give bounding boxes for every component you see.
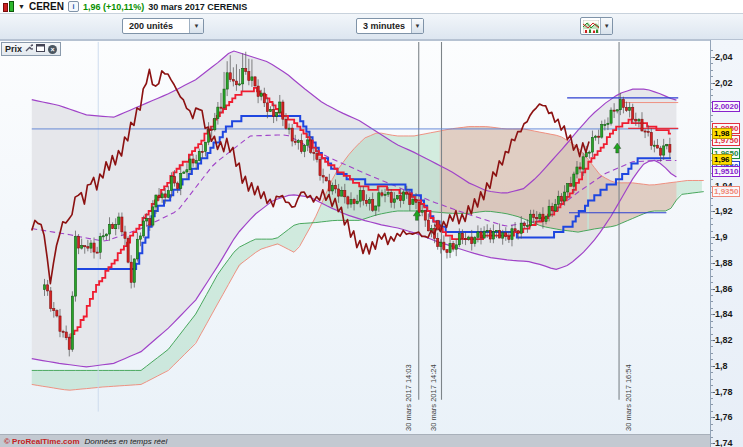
timeframe-dropdown[interactable]: 3 minutes ▼ [356, 18, 424, 34]
axis-minor-tick [711, 353, 713, 354]
candle [235, 81, 237, 85]
candle [136, 239, 138, 259]
candle [647, 131, 649, 132]
candle [251, 77, 253, 81]
candle [220, 107, 222, 108]
candle [529, 214, 531, 225]
price-axis[interactable]: 2,042,0221,981,961,941,921,91,881,861,84… [710, 40, 743, 447]
candle [322, 176, 324, 177]
candle [511, 229, 513, 240]
close-icon[interactable]: × [48, 45, 57, 54]
axis-minor-tick [711, 314, 713, 315]
candle [384, 194, 386, 195]
axis-minor-tick [711, 282, 713, 283]
candle [297, 141, 299, 143]
candle [446, 250, 448, 253]
axis-minor-tick [711, 89, 713, 90]
candle [105, 234, 107, 236]
axis-minor-tick [711, 115, 713, 116]
axis-tick-label: 2,04 [715, 52, 733, 62]
indicator-price-label: 2,0020 [712, 101, 740, 112]
window-icon[interactable] [36, 44, 45, 54]
chart-style-button[interactable]: ▼ [580, 17, 613, 35]
axis-minor-tick [711, 398, 713, 399]
candle [576, 167, 578, 174]
price-chart-area[interactable]: Prix × 30 mars 2017 14:0330 mars 2017 14… [0, 40, 710, 447]
units-dropdown[interactable]: 200 unités ▼ [122, 18, 204, 34]
candle [669, 145, 671, 153]
candle [365, 200, 367, 203]
instrument-dropdown-caret[interactable]: ▼ [18, 3, 25, 11]
candle [582, 157, 584, 169]
candle [560, 196, 562, 201]
candle [273, 109, 275, 116]
candle [133, 259, 135, 282]
candle [198, 151, 200, 160]
candle [443, 242, 445, 250]
candle [440, 242, 442, 246]
wrench-icon[interactable] [25, 44, 33, 54]
axis-minor-tick [711, 179, 713, 180]
candle [458, 233, 460, 244]
candle [204, 142, 206, 151]
axis-minor-tick [711, 417, 713, 418]
candle [653, 145, 655, 146]
chart-style-caret-icon[interactable]: ▼ [600, 18, 612, 34]
timeframe-dropdown-caret-icon[interactable]: ▼ [411, 19, 423, 33]
session-timestamp-0: 30 mars 2017 14:03 [404, 364, 414, 431]
candle [353, 199, 355, 203]
candle [526, 226, 528, 227]
chart-canvas[interactable] [0, 41, 710, 447]
candle [461, 233, 463, 238]
candle [427, 220, 429, 231]
candle [403, 192, 405, 201]
candle [594, 136, 596, 137]
axis-minor-tick [711, 70, 713, 71]
candle [257, 86, 259, 96]
candle [77, 237, 79, 248]
candle [418, 202, 420, 212]
candle [378, 193, 380, 206]
copyright-link[interactable]: © ProRealTime.com [4, 437, 80, 446]
candle [313, 152, 315, 153]
candle [604, 124, 606, 125]
axis-minor-tick [711, 250, 713, 251]
candle [53, 309, 55, 311]
candle [390, 192, 392, 202]
candle [523, 223, 525, 226]
candle [539, 214, 541, 219]
axis-tick-label: 1,9 [715, 232, 728, 242]
units-dropdown-caret-icon[interactable]: ▼ [189, 19, 203, 33]
candle [276, 113, 278, 117]
candle [118, 217, 120, 225]
candle [588, 152, 590, 153]
candle [536, 217, 538, 219]
candle [551, 206, 553, 211]
candle [387, 192, 389, 194]
chart-toolbar: 200 unités ▼ 3 minutes ▼ ▼ [0, 14, 743, 40]
candle [96, 252, 98, 253]
candle [186, 170, 188, 172]
candle [68, 338, 70, 350]
axis-minor-tick [711, 443, 713, 444]
candle [319, 159, 321, 175]
candle [471, 237, 473, 244]
axis-tick-label: 1,78 [715, 387, 733, 397]
axis-minor-tick [711, 392, 713, 393]
candle [421, 211, 423, 213]
candle [610, 110, 612, 123]
axis-minor-tick [711, 424, 713, 425]
symbol-label[interactable]: CEREN [29, 1, 64, 12]
axis-minor-tick [711, 95, 713, 96]
axis-minor-tick [711, 366, 713, 367]
candle [201, 151, 203, 152]
candle [90, 243, 92, 248]
info-icon[interactable]: i [68, 1, 79, 12]
candle [480, 232, 482, 238]
candle [570, 184, 572, 187]
candle [486, 230, 488, 231]
candle [167, 191, 169, 198]
axis-minor-tick [711, 334, 713, 335]
candle [81, 246, 83, 248]
axis-minor-tick [711, 346, 713, 347]
